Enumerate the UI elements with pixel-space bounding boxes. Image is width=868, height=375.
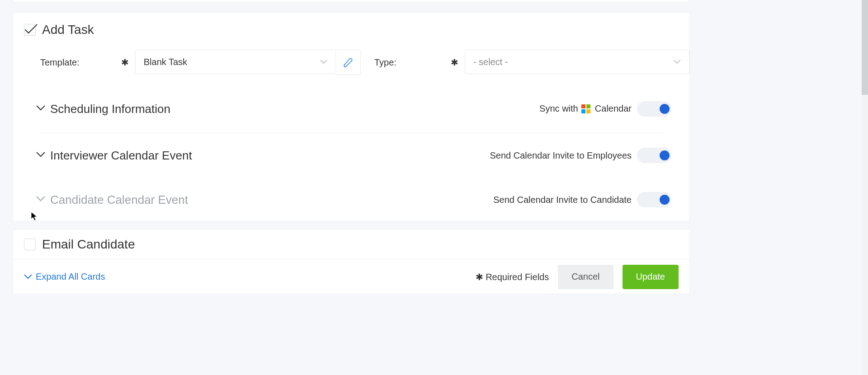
invite-candidate-label: Send Calendar Invite to Candidate (493, 195, 632, 205)
add-task-checkbox[interactable] (24, 24, 36, 36)
chevron-down-icon (36, 151, 46, 159)
template-select-value: Blank Task (144, 57, 187, 67)
chevron-down-icon (674, 60, 681, 64)
type-label: Type: (374, 57, 396, 68)
email-candidate-title: Email Candidate (42, 237, 135, 252)
pencil-icon (343, 57, 354, 68)
section-interviewer-calendar-event[interactable]: Interviewer Calendar Event Send Calendar… (13, 133, 689, 178)
template-select[interactable]: Blank Task (135, 50, 336, 74)
section-title: Scheduling Information (50, 102, 170, 116)
chevron-down-icon (36, 105, 46, 113)
update-button[interactable]: Update (623, 265, 679, 289)
edit-template-button[interactable] (336, 50, 361, 75)
chevron-down-icon (320, 60, 327, 64)
section-title: Interviewer Calendar Event (50, 149, 192, 163)
email-candidate-card: Email Candidate (13, 229, 690, 260)
invite-employees-toggle[interactable] (637, 148, 671, 163)
sync-label: Sync with Calendar (539, 103, 632, 114)
add-task-card: Add Task Template: ✱ Blank Task (13, 12, 690, 221)
invite-employees-label: Send Calendar Invite to Employees (490, 150, 632, 161)
microsoft-icon (581, 104, 590, 113)
invite-candidate-toggle[interactable] (637, 192, 671, 207)
add-task-title: Add Task (42, 23, 94, 37)
sync-toggle[interactable] (637, 101, 671, 117)
expand-all-cards-link[interactable]: Expand All Cards (24, 272, 105, 282)
footer-bar: Expand All Cards ✱ Required Fields Cance… (13, 260, 690, 294)
type-required-asterisk: ✱ (451, 57, 458, 68)
template-required-asterisk: ✱ (121, 57, 129, 68)
chevron-down-icon (24, 272, 32, 282)
chevron-down-icon (36, 196, 46, 204)
cancel-button[interactable]: Cancel (558, 265, 613, 289)
page-scrollbar[interactable] (862, 0, 868, 375)
previous-card-edge (13, 0, 689, 2)
section-scheduling-information[interactable]: Scheduling Information Sync with Calenda… (13, 85, 689, 133)
required-fields-note: ✱ Required Fields (476, 272, 549, 282)
type-select[interactable]: - select - (465, 50, 689, 74)
section-candidate-calendar-event[interactable]: Candidate Calendar Event Send Calendar I… (13, 178, 689, 222)
type-select-value: - select - (473, 57, 508, 67)
email-candidate-checkbox[interactable] (24, 239, 36, 250)
template-label: Template: (40, 57, 80, 68)
section-title: Candidate Calendar Event (50, 193, 188, 207)
expand-all-label: Expand All Cards (36, 272, 105, 282)
